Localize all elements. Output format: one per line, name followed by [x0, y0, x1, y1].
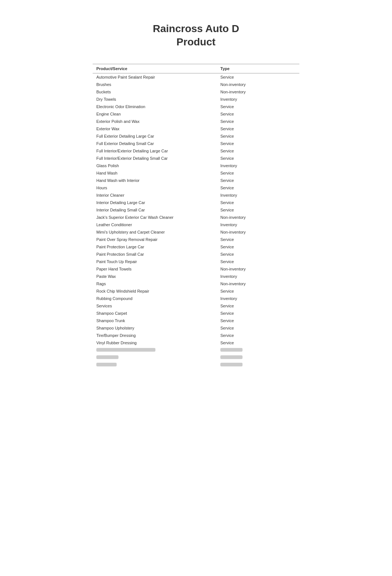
cell-product: Shampoo Trunk: [93, 317, 217, 324]
table-row: Interior Detailing Small CarService: [93, 206, 299, 214]
cell-product: Hand Wash with Interior: [93, 177, 217, 184]
products-table: Product/Service Type Automotive Paint Se…: [93, 64, 299, 369]
table-row: Shampoo CarpetService: [93, 310, 299, 317]
cell-type: Service: [217, 206, 299, 214]
table-container: Product/Service Type Automotive Paint Se…: [93, 64, 299, 369]
table-row: Rubbing CompoundInventory: [93, 295, 299, 302]
title-line2: Product: [176, 36, 216, 48]
table-row: Paint Touch Up RepairService: [93, 258, 299, 265]
cell-type: Service: [217, 73, 299, 81]
cell-product: Tire/Bumper Dressing: [93, 332, 217, 339]
cell-product: Paste Wax: [93, 273, 217, 280]
cell-product: Rags: [93, 280, 217, 287]
cell-product: Dry Towels: [93, 96, 217, 103]
cell-type: Inventory: [217, 192, 299, 199]
cell-product: Shampoo Carpet: [93, 310, 217, 317]
table-row: Paint Protection Small CarService: [93, 251, 299, 258]
cell-product: Hand Wash: [93, 169, 217, 177]
cell-product: Interior Detailing Small Car: [93, 206, 217, 214]
cell-type-blurred: [217, 361, 299, 369]
cell-type: Service: [217, 177, 299, 184]
report-title: Raincross Auto D Product: [153, 22, 239, 49]
table-row: Dry TowelsInventory: [93, 96, 299, 103]
cell-type: Service: [217, 302, 299, 310]
cell-product: Buckets: [93, 88, 217, 96]
table-row: Automotive Paint Sealant RepairService: [93, 73, 299, 81]
cell-product: Paint Over Spray Removal Repair: [93, 236, 217, 243]
cell-type: Service: [217, 103, 299, 110]
cell-product: Paint Touch Up Repair: [93, 258, 217, 265]
table-row: Full Exterior Detailing Large CarService: [93, 132, 299, 140]
cell-type: Inventory: [217, 273, 299, 280]
table-row: Paint Protection Large CarService: [93, 243, 299, 251]
cell-product: Rubbing Compound: [93, 295, 217, 302]
cell-type: Service: [217, 118, 299, 125]
cell-type: Non-inventory: [217, 88, 299, 96]
table-row: Full Interior/Exterior Detailing Large C…: [93, 147, 299, 155]
title-line1: Raincross Auto D: [153, 23, 239, 34]
cell-type: Inventory: [217, 221, 299, 228]
cell-type: Service: [217, 140, 299, 147]
cell-product: Paper Hand Towels: [93, 265, 217, 273]
cell-type: Non-inventory: [217, 81, 299, 88]
cell-type: Service: [217, 125, 299, 132]
page-container: Raincross Auto D Product Product/Service…: [0, 0, 392, 398]
table-row: Paper Hand TowelsNon-inventory: [93, 265, 299, 273]
cell-product: Full Exterior Detailing Large Car: [93, 132, 217, 140]
cell-product: Leather Conditioner: [93, 221, 217, 228]
cell-product: Interior Detailing Large Car: [93, 199, 217, 206]
table-row: BrushesNon-inventory: [93, 81, 299, 88]
cell-type: Service: [217, 251, 299, 258]
cell-product: Glass Polish: [93, 162, 217, 169]
cell-product: Paint Protection Small Car: [93, 251, 217, 258]
table-row: Interior Detailing Large CarService: [93, 199, 299, 206]
cell-product: Engine Clean: [93, 110, 217, 118]
table-row: Vinyl Rubber DressingService: [93, 339, 299, 346]
cell-type: Service: [217, 110, 299, 118]
table-row-blurred: [93, 354, 299, 361]
table-row: BucketsNon-inventory: [93, 88, 299, 96]
table-row: Hand WashService: [93, 169, 299, 177]
cell-type: Non-inventory: [217, 214, 299, 221]
cell-product: Shampoo Upholstery: [93, 324, 217, 332]
cell-type-blurred: [217, 346, 299, 354]
cell-type: Service: [217, 258, 299, 265]
table-body: Automotive Paint Sealant RepairServiceBr…: [93, 73, 299, 369]
cell-type-blurred: [217, 354, 299, 361]
table-row: Electronic Odor EliminationService: [93, 103, 299, 110]
cell-product: Automotive Paint Sealant Repair: [93, 73, 217, 81]
table-row: Tire/Bumper DressingService: [93, 332, 299, 339]
table-row: Shampoo UpholsteryService: [93, 324, 299, 332]
col-header-type: Type: [217, 64, 299, 73]
cell-product: Full Interior/Exterior Detailing Large C…: [93, 147, 217, 155]
col-header-product: Product/Service: [93, 64, 217, 73]
cell-type: Service: [217, 287, 299, 295]
table-row: Engine CleanService: [93, 110, 299, 118]
cell-type: Service: [217, 317, 299, 324]
table-row: Glass PolishInventory: [93, 162, 299, 169]
cell-product: Electronic Odor Elimination: [93, 103, 217, 110]
cell-type: Service: [217, 310, 299, 317]
table-row-blurred: [93, 346, 299, 354]
cell-product: Brushes: [93, 81, 217, 88]
cell-type: Non-inventory: [217, 228, 299, 236]
cell-product: Vinyl Rubber Dressing: [93, 339, 217, 346]
table-row: Paste WaxInventory: [93, 273, 299, 280]
cell-type: Non-inventory: [217, 280, 299, 287]
table-row: Leather ConditionerInventory: [93, 221, 299, 228]
cell-type: Service: [217, 199, 299, 206]
table-row: Rock Chip Windshield RepairService: [93, 287, 299, 295]
table-row: Exterior Polish and WaxService: [93, 118, 299, 125]
cell-product-blurred: [93, 354, 217, 361]
table-row: HoursService: [93, 184, 299, 192]
table-row: Mimi's Upholstery and Carpet CleanerNon-…: [93, 228, 299, 236]
cell-product: Full Interior/Exterior Detailing Small C…: [93, 155, 217, 162]
cell-type: Service: [217, 132, 299, 140]
cell-product: Mimi's Upholstery and Carpet Cleaner: [93, 228, 217, 236]
table-row: Exterior WaxService: [93, 125, 299, 132]
cell-type: Service: [217, 184, 299, 192]
cell-product: Rock Chip Windshield Repair: [93, 287, 217, 295]
cell-type: Service: [217, 236, 299, 243]
table-row: Hand Wash with InteriorService: [93, 177, 299, 184]
cell-type: Inventory: [217, 162, 299, 169]
